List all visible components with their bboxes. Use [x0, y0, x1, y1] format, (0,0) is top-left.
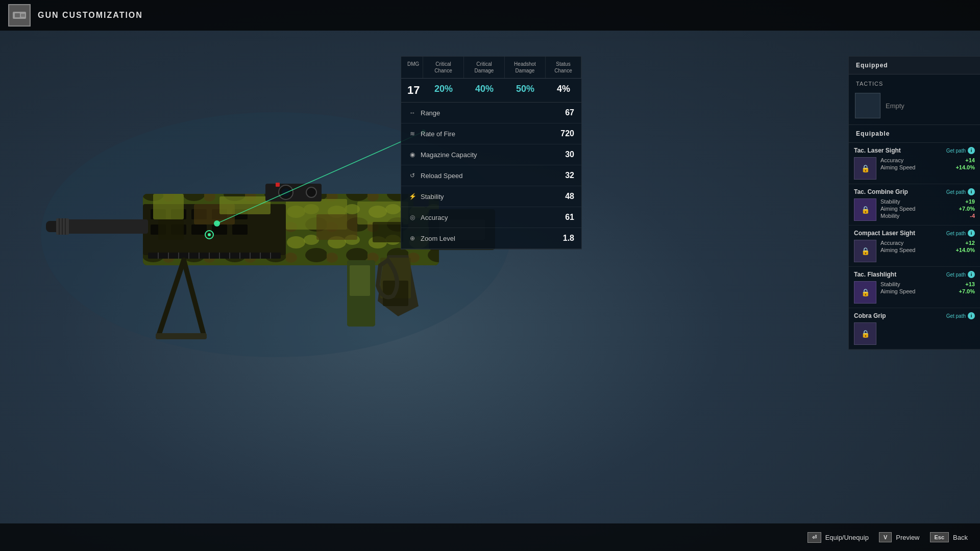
stat-value: 1.8: [563, 234, 574, 243]
stat-row: ⊕ Zoom Level 1.8: [401, 228, 581, 249]
equip-stat-row: Aiming Speed +14.0%: [880, 164, 975, 170]
equip-item-body: 🔒 Accuracy +14 Aiming Speed +14.0%: [854, 157, 975, 180]
svg-rect-33: [219, 196, 271, 214]
equip-stat-row: Mobility -4: [880, 213, 975, 219]
get-path[interactable]: Get path i: [946, 188, 975, 195]
equip-thumb: 🔒: [854, 281, 876, 304]
bottom-action[interactable]: ⏎ Equip/Unequip: [807, 532, 869, 543]
tactics-empty-label: Empty: [886, 97, 904, 115]
equip-item-name: Tac. Flashlight: [854, 271, 896, 278]
info-icon[interactable]: i: [968, 230, 975, 237]
lock-icon: 🔒: [861, 288, 870, 296]
equip-item[interactable]: Tac. Laser Sight Get path i 🔒 Accuracy +…: [849, 143, 980, 184]
equip-stat-row: Aiming Speed +7.0%: [880, 206, 975, 212]
svg-rect-30: [153, 194, 184, 219]
equip-stat-label: Stability: [880, 281, 900, 287]
equip-stat-label: Aiming Speed: [880, 288, 916, 294]
stats-header-row: DMG CriticalChance CriticalDamage Headsh…: [401, 57, 581, 79]
stat-name: Stability: [421, 193, 444, 201]
stat-icon: ◎: [408, 214, 416, 221]
info-icon[interactable]: i: [968, 271, 975, 278]
stat-rows: ↔ Range 67 ≋ Rate of Fire 720 ◉ Magazine…: [401, 103, 581, 249]
equip-item[interactable]: Tac. Flashlight Get path i 🔒 Stability +…: [849, 267, 980, 308]
equip-stat-label: Accuracy: [880, 157, 903, 163]
equip-stat-value: +13: [965, 281, 975, 287]
stat-row: ◎ Accuracy 61: [401, 207, 581, 228]
equip-item-body: 🔒 Stability +13 Aiming Speed +7.0%: [854, 281, 975, 304]
equip-item-name: Tac. Combine Grip: [854, 188, 908, 195]
equip-stats: Stability +13 Aiming Speed +7.0%: [880, 281, 975, 304]
equip-stats: Accuracy +12 Aiming Speed +14.0%: [880, 240, 975, 262]
bottom-bar: ⏎ Equip/Unequip V Preview Esc Back: [0, 523, 980, 551]
lock-icon: 🔒: [861, 330, 870, 338]
svg-point-58: [208, 233, 211, 236]
stat-name: Magazine Capacity: [421, 151, 477, 159]
stat-label: ⚡ Stability: [408, 193, 444, 201]
equip-stat-row: Accuracy +14: [880, 157, 975, 163]
stat-label: ≋ Rate of Fire: [408, 130, 455, 138]
equip-stats: Stability +19 Aiming Speed +7.0% Mobilit…: [880, 198, 975, 221]
page-title: GUN CUSTOMIZATION: [38, 11, 143, 20]
stat-name: Range: [421, 109, 440, 117]
equip-stat-row: Aiming Speed +7.0%: [880, 288, 975, 294]
svg-rect-32: [158, 219, 184, 240]
action-label: Back: [953, 534, 968, 541]
critical-chance-header: CriticalChance: [423, 57, 464, 78]
action-label: Equip/Unequip: [825, 534, 869, 541]
equip-item-body: 🔒 Accuracy +12 Aiming Speed +14.0%: [854, 240, 975, 262]
equip-item[interactable]: Tac. Combine Grip Get path i 🔒 Stability…: [849, 184, 980, 226]
dmg-header: DMG: [401, 57, 423, 78]
svg-rect-29: [232, 224, 248, 235]
svg-rect-27: [191, 224, 207, 235]
info-icon[interactable]: i: [968, 188, 975, 195]
stat-row: ↔ Range 67: [401, 103, 581, 123]
stats-panel: DMG CriticalChance CriticalDamage Headsh…: [401, 56, 582, 249]
svg-rect-56: [276, 183, 280, 187]
tactics-section: TACTICS Empty: [849, 74, 980, 125]
stat-row: ◉ Magazine Capacity 30: [401, 144, 581, 165]
get-path[interactable]: Get path i: [946, 312, 975, 319]
get-path[interactable]: Get path i: [946, 230, 975, 237]
stat-row: ↺ Reload Speed 32: [401, 165, 581, 186]
equip-item-name: Cobra Grip: [854, 312, 886, 319]
tactics-thumb: [855, 93, 880, 118]
equip-thumb: 🔒: [854, 157, 876, 180]
tactics-slot: Empty: [853, 91, 976, 120]
key-badge: V: [879, 532, 892, 542]
stat-label: ◎ Accuracy: [408, 214, 448, 221]
equip-items: Tac. Laser Sight Get path i 🔒 Accuracy +…: [849, 143, 980, 349]
equip-item-name: Tac. Laser Sight: [854, 147, 901, 154]
get-path[interactable]: Get path i: [946, 271, 975, 278]
action-label: Preview: [896, 534, 919, 541]
svg-rect-1: [15, 13, 20, 17]
svg-rect-61: [156, 333, 207, 339]
stat-name: Accuracy: [421, 214, 448, 221]
stat-name: Rate of Fire: [421, 130, 455, 138]
svg-point-54: [282, 188, 290, 196]
get-path[interactable]: Get path i: [946, 147, 975, 154]
info-icon[interactable]: i: [968, 147, 975, 154]
equip-stat-value: +14.0%: [955, 247, 975, 253]
dmg-value: 17: [401, 84, 423, 97]
equip-thumb: 🔒: [854, 240, 876, 262]
equip-stat-value: +7.0%: [959, 206, 975, 212]
svg-rect-42: [350, 265, 370, 296]
info-icon[interactable]: i: [968, 312, 975, 319]
equip-item-header: Tac. Laser Sight Get path i: [854, 147, 975, 154]
equip-stat-row: Stability +19: [880, 198, 975, 205]
header-bar: GUN CUSTOMIZATION: [0, 0, 980, 31]
stats-values-row: 17 20% 40% 50% 4%: [401, 79, 581, 103]
equip-stat-value: -4: [970, 213, 975, 219]
stat-value: 67: [565, 108, 574, 117]
equip-stat-row: Aiming Speed +14.0%: [880, 247, 975, 253]
equip-item[interactable]: Cobra Grip Get path i 🔒: [849, 308, 980, 349]
bottom-action[interactable]: V Preview: [879, 532, 920, 542]
svg-point-55: [306, 187, 316, 197]
equip-stat-label: Stability: [880, 198, 900, 205]
equip-item[interactable]: Compact Laser Sight Get path i 🔒 Accurac…: [849, 226, 980, 267]
stat-row: ⚡ Stability 48: [401, 186, 581, 207]
status-chance-value: 4%: [546, 84, 581, 97]
bottom-action[interactable]: Esc Back: [930, 532, 968, 542]
headshot-damage-value: 50%: [505, 84, 546, 97]
stat-icon: ↔: [408, 109, 416, 116]
